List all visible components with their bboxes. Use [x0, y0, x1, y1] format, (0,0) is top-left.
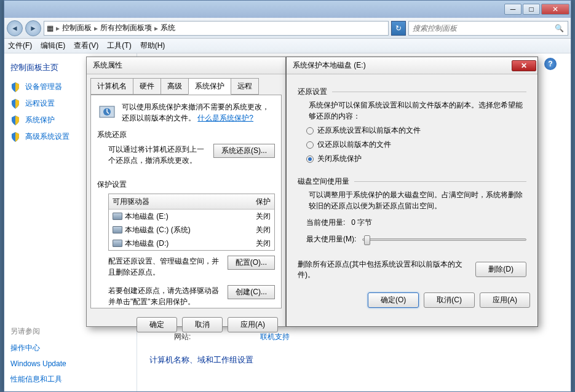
menu-view[interactable]: 查看(V)	[74, 41, 98, 51]
tab-remote[interactable]: 远程	[231, 78, 259, 95]
forward-button[interactable]: ►	[25, 20, 41, 36]
radio-disable[interactable]: 关闭系统保护	[306, 154, 526, 164]
radio-icon	[306, 155, 314, 163]
control-panel-icon: ▦	[47, 24, 54, 33]
col-drive: 可用驱动器	[113, 196, 256, 207]
section-restore: 系统还原	[97, 130, 275, 140]
help-icon[interactable]: ?	[544, 58, 557, 70]
restore-icon	[97, 101, 117, 121]
navbar: ◄ ► ▦ ▸ 控制面板 ▸ 所有控制面板项 ▸ 系统 ↻ 🔍	[4, 18, 571, 39]
menubar: 文件(F) 编辑(E) 查看(V) 工具(T) 帮助(H)	[4, 39, 571, 53]
search-input[interactable]	[413, 24, 555, 33]
shield-icon	[10, 82, 20, 92]
close-button[interactable]: ✕	[512, 60, 536, 71]
see-also-performance[interactable]: 性能信息和工具	[10, 374, 130, 385]
radio-icon	[306, 141, 314, 149]
tab-computer-name[interactable]: 计算机名	[90, 78, 133, 95]
restore-text: 可以通过将计算机还原到上一个还原点，撤消系统更改。	[108, 145, 204, 165]
drive-icon	[113, 240, 122, 247]
breadcrumb[interactable]: 控制面板	[62, 23, 92, 33]
tab-advanced[interactable]: 高级	[161, 78, 189, 95]
max-usage-slider[interactable]	[362, 238, 526, 241]
address-bar[interactable]: ▦ ▸ 控制面板 ▸ 所有控制面板项 ▸ 系统	[44, 21, 389, 36]
refresh-button[interactable]: ↻	[391, 21, 406, 36]
what-is-link[interactable]: 什么是系统保护?	[197, 114, 253, 122]
drive-icon	[113, 226, 122, 233]
ok-button[interactable]: 确定(O)	[368, 292, 419, 308]
drive-row[interactable]: 本地磁盘 (E:)关闭	[109, 210, 274, 223]
create-text: 若要创建还原点，请先选择驱动器并单击"配置"来启用保护。	[108, 286, 219, 306]
max-usage-label: 最大使用量(M):	[306, 234, 356, 245]
titlebar: ─ □ ✕	[4, 1, 571, 18]
shield-icon	[10, 99, 20, 109]
delete-button[interactable]: 删除(D)	[475, 262, 526, 277]
search-box[interactable]: 🔍	[408, 21, 568, 36]
slider-thumb[interactable]	[364, 235, 370, 245]
cancel-button[interactable]: 取消(C)	[424, 292, 475, 308]
maximize-button[interactable]: □	[523, 4, 540, 15]
intro-text: 可以使用系统保护来撤消不需要的系统更改，还原以前版本的文件。 什么是系统保护?	[122, 101, 275, 123]
radio-restore-files[interactable]: 仅还原以前版本的文件	[306, 139, 526, 150]
section-disk-usage: 磁盘空间使用量	[298, 176, 526, 187]
ok-button[interactable]: 确定	[137, 317, 177, 332]
restore-desc: 系统保护可以保留系统设置和以前文件版本的副本。选择您希望能够还原的内容：	[309, 100, 526, 122]
dialog-title: 系统保护本地磁盘 (E:) ✕	[287, 57, 537, 74]
disk-desc: 可以调整用于系统保护的最大磁盘空间。占满空间时，系统将删除较旧的还原点以便为新还…	[309, 189, 526, 211]
system-protection-config-dialog: 系统保护本地磁盘 (E:) ✕ 还原设置 系统保护可以保留系统设置和以前文件版本…	[286, 57, 538, 327]
menu-file[interactable]: 文件(F)	[8, 41, 32, 51]
menu-help[interactable]: 帮助(H)	[140, 41, 165, 51]
system-properties-dialog: 系统属性 计算机名 硬件 高级 系统保护 远程 可以使用系统保护来撤消不需要的系…	[86, 57, 286, 327]
minimize-button[interactable]: ─	[504, 4, 521, 15]
breadcrumb[interactable]: 系统	[161, 23, 175, 33]
col-protect: 保护	[256, 196, 271, 207]
drive-listbox[interactable]: 可用驱动器 保护 本地磁盘 (E:)关闭 本地磁盘 (C:) (系统)关闭 本地…	[108, 194, 275, 251]
section-restore-settings: 还原设置	[298, 87, 526, 97]
current-usage-value: 0 字节	[351, 218, 372, 228]
configure-button[interactable]: 配置(O)...	[228, 256, 275, 270]
system-restore-button[interactable]: 系统还原(S)...	[213, 144, 275, 158]
dialog-title: 系统属性	[87, 57, 285, 74]
drive-row[interactable]: 本地磁盘 (C:) (系统)关闭	[109, 223, 274, 237]
back-button[interactable]: ◄	[7, 20, 23, 36]
delete-text: 删除所有还原点(其中包括系统设置和以前版本的文件)。	[298, 259, 469, 280]
shield-icon	[10, 132, 20, 142]
close-button[interactable]: ✕	[541, 4, 569, 15]
create-button[interactable]: 创建(C)...	[228, 285, 275, 299]
computer-name-group: 计算机名称、域和工作组设置	[149, 355, 558, 366]
current-usage-label: 当前使用量:	[306, 218, 345, 228]
apply-button[interactable]: 应用(A)	[228, 317, 278, 332]
see-also-action-center[interactable]: 操作中心	[10, 343, 130, 353]
section-settings: 保护设置	[97, 179, 275, 190]
drive-row[interactable]: 本地磁盘 (D:)关闭	[109, 237, 274, 250]
cancel-button[interactable]: 取消	[182, 317, 223, 332]
menu-edit[interactable]: 编辑(E)	[41, 41, 65, 51]
tab-system-protection[interactable]: 系统保护	[188, 78, 231, 95]
apply-button[interactable]: 应用(A)	[480, 292, 530, 308]
breadcrumb[interactable]: 所有控制面板项	[100, 23, 152, 33]
tab-hardware[interactable]: 硬件	[133, 78, 161, 95]
tabs: 计算机名 硬件 高级 系统保护 远程	[87, 74, 285, 95]
search-icon: 🔍	[555, 24, 564, 33]
shield-icon	[10, 116, 20, 125]
menu-tools[interactable]: 工具(T)	[107, 41, 131, 51]
drive-icon	[113, 213, 122, 220]
config-text: 配置还原设置、管理磁盘空间，并且删除还原点。	[108, 257, 219, 276]
tab-panel: 可以使用系统保护来撤消不需要的系统更改，还原以前版本的文件。 什么是系统保护? …	[90, 95, 282, 308]
see-also-windows-update[interactable]: Windows Update	[10, 359, 130, 368]
radio-restore-all[interactable]: 还原系统设置和以前版本的文件	[306, 125, 526, 136]
radio-icon	[306, 127, 314, 135]
